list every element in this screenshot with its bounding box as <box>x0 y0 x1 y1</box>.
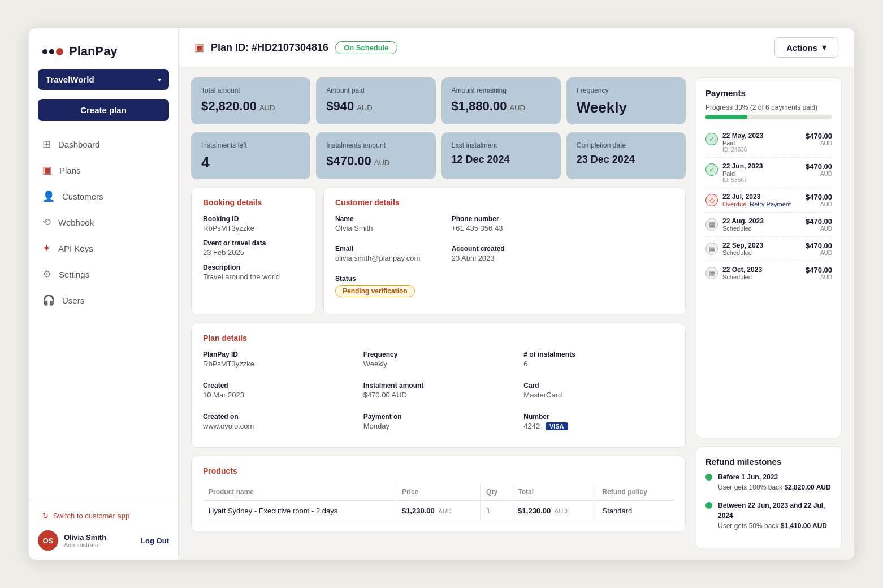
logo-icon <box>42 48 63 55</box>
payment-item-4: ▦ 22 Aug, 2023 Scheduled $470.00 AUD <box>705 213 832 237</box>
payment-info: 22 Oct, 2023 Scheduled <box>722 266 801 280</box>
sidebar-bottom: ↻ Switch to customer app OS Olivia Smith… <box>29 500 178 560</box>
customer-email-value: olivia.smith@planpay.com <box>335 254 442 262</box>
plan-id-area: ▣ Plan ID: #HD2107304816 On Schedule <box>194 41 397 54</box>
customer-name-field: Name Olvia Smith <box>335 215 442 232</box>
payments-panel: Payments Progress 33% (2 of 6 payments p… <box>696 77 842 438</box>
booking-id-value: RbPsMT3yzzke <box>203 224 304 232</box>
user-name: Olivia Smith <box>64 533 135 542</box>
sidebar-item-settings[interactable]: ⚙ Settings <box>29 261 178 287</box>
sidebar-item-plans[interactable]: ▣ Plans <box>29 157 178 183</box>
org-selector[interactable]: TravelWorld ▾ <box>38 69 169 90</box>
logo-text: PlanPay <box>69 44 118 59</box>
actions-label: Actions <box>786 43 817 53</box>
sidebar-item-customers[interactable]: 👤 Customers <box>29 183 178 209</box>
refund-milestones-panel: Refund milestones Before 1 Jun, 2023 Use… <box>696 446 842 550</box>
stat-card-instalments-amount: Instalments amount $470.00 AUD <box>316 132 435 179</box>
customer-status-label: Status <box>335 275 442 283</box>
scheduled-icon: ▦ <box>705 267 718 279</box>
sidebar-item-label: Settings <box>59 270 89 279</box>
stat-label: Instalments left <box>201 141 300 149</box>
main-header: ▣ Plan ID: #HD2107304816 On Schedule Act… <box>179 28 854 67</box>
customer-account-created-label: Account created <box>452 245 558 253</box>
logout-button[interactable]: Log Out <box>141 537 169 545</box>
stat-cards-row1: Total amount $2,820.00 AUD Amount paid $… <box>191 77 686 124</box>
booking-id-field: Booking ID RbPsMT3yzzke <box>203 215 304 232</box>
retry-payment-link[interactable]: Retry Payment <box>750 201 791 207</box>
users-icon: 🎧 <box>42 294 55 306</box>
planpay-id-field: PlanPay ID RbPsMT3yzzke <box>203 351 353 368</box>
customer-phone-field: Phone number +61 435 356 43 <box>452 215 558 232</box>
user-info: Olivia Smith Administrator <box>64 533 135 548</box>
stat-card-amount-remaining: Amount remaining $1,880.00 AUD <box>442 77 561 124</box>
logo-dot-3 <box>56 48 63 55</box>
payment-item-5: ▦ 22 Sep, 2023 Scheduled $470.00 AUD <box>705 237 832 261</box>
milestone-dot <box>705 502 712 509</box>
sidebar-item-dashboard[interactable]: ⊞ Dashboard <box>29 131 178 157</box>
payment-info: 22 Jul, 2023 Overdue Retry Payment <box>722 193 801 207</box>
sidebar-item-webhook[interactable]: ⟲ Webhook <box>29 209 178 235</box>
avatar: OS <box>38 530 58 551</box>
logo-dot-1 <box>42 49 47 54</box>
dashboard-icon: ⊞ <box>42 138 51 150</box>
switch-to-customer-app[interactable]: ↻ Switch to customer app <box>38 509 169 522</box>
sidebar-item-label: API Keys <box>58 244 93 253</box>
sidebar-item-users[interactable]: 🎧 Users <box>29 287 178 313</box>
booking-event-label: Event or travel data <box>203 239 304 247</box>
customer-name-label: Name <box>335 215 442 223</box>
sidebar-item-label: Webhook <box>58 218 94 227</box>
user-role: Administrator <box>64 542 135 548</box>
stat-card-amount-paid: Amount paid $940 AUD <box>316 77 435 124</box>
plan-details-panel: Plan details PlanPay ID RbPsMT3yzzke Fre… <box>191 323 686 448</box>
booking-event-field: Event or travel data 23 Feb 2025 <box>203 239 304 257</box>
plan-id-text: Plan ID: #HD2107304816 <box>211 42 328 54</box>
stat-label: Completion date <box>577 141 676 149</box>
scheduled-icon: ▦ <box>705 243 718 255</box>
stat-card-frequency: Frequency Weekly <box>566 77 686 124</box>
switch-app-label: Switch to customer app <box>53 512 129 520</box>
sidebar-item-label: Plans <box>59 166 81 175</box>
refund-milestones-title: Refund milestones <box>705 457 832 466</box>
customer-email-label: Email <box>335 245 442 253</box>
product-price: $1,230.00 AUD <box>396 501 480 521</box>
stat-value: $470.00 AUD <box>326 154 425 168</box>
products-title: Products <box>203 466 674 475</box>
plan-frequency-field: Frequency Weekly <box>363 351 514 368</box>
customers-icon: 👤 <box>42 190 55 202</box>
payment-item-2: ✓ 22 Jun, 2023 Paid ID: 53567 $470.00 AU… <box>705 158 832 188</box>
sidebar-item-label: Dashboard <box>58 140 99 149</box>
customer-phone-value: +61 435 356 43 <box>452 224 558 232</box>
customer-details-panel: Customer details Name Olvia Smith Phone … <box>323 187 686 315</box>
plan-payment-on-field: Payment on Monday <box>363 413 514 430</box>
actions-button[interactable]: Actions ▾ <box>774 37 838 58</box>
milestone-dot <box>705 474 712 481</box>
stat-cards-row2: Instalments left 4 Instalments amount $4… <box>191 132 686 179</box>
stat-card-last-instalment: Last instalment 12 Dec 2024 <box>442 132 561 179</box>
settings-icon: ⚙ <box>42 268 51 280</box>
stat-value: $940 AUD <box>326 99 425 114</box>
milestone-text: Before 1 Jun, 2023 User gets 100% back $… <box>718 472 831 492</box>
stat-value: Weekly <box>577 99 676 116</box>
product-refund-policy: Standard <box>596 501 674 521</box>
plans-icon: ▣ <box>42 164 52 176</box>
booking-details-title: Booking details <box>203 198 304 207</box>
org-name: TravelWorld <box>46 75 94 84</box>
stat-value: $2,820.00 AUD <box>201 99 300 114</box>
sidebar-item-label: Users <box>62 296 84 305</box>
right-panel: Payments Progress 33% (2 of 6 payments p… <box>696 77 842 550</box>
pending-verification-badge: Pending verification <box>335 285 415 297</box>
sidebar-nav: ⊞ Dashboard ▣ Plans 👤 Customers ⟲ Webhoo… <box>29 131 178 313</box>
stat-label: Amount remaining <box>452 87 551 94</box>
create-plan-button[interactable]: Create plan <box>38 99 169 121</box>
content-area: Total amount $2,820.00 AUD Amount paid $… <box>179 67 854 560</box>
booking-event-value: 23 Feb 2025 <box>203 248 304 257</box>
stat-card-instalments-left: Instalments left 4 <box>191 132 310 179</box>
paid-icon: ✓ <box>705 133 718 145</box>
stat-label: Amount paid <box>326 87 425 94</box>
sidebar-item-api-keys[interactable]: ✦ API Keys <box>29 235 178 261</box>
stat-value: $1,880.00 AUD <box>452 99 551 114</box>
paid-icon: ✓ <box>705 163 718 176</box>
col-price: Price <box>396 483 480 501</box>
webhook-icon: ⟲ <box>42 216 51 228</box>
sidebar-item-label: Customers <box>62 192 103 201</box>
